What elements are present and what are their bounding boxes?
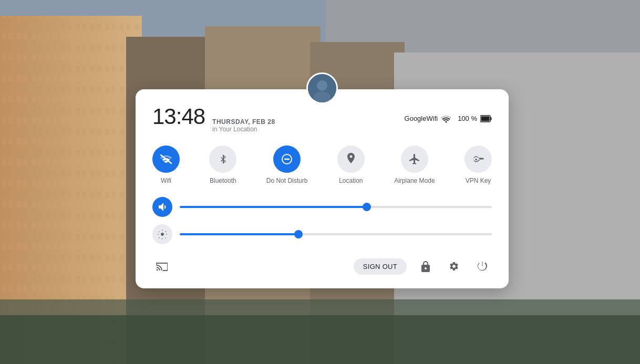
- brightness-slider-row: [152, 224, 492, 244]
- bluetooth-label: Bluetooth: [210, 177, 236, 184]
- panel-card: 13:48 THURSDAY, FEB 28 in Your Location …: [136, 89, 509, 288]
- volume-slider-row: [152, 197, 492, 217]
- date-location: THURSDAY, FEB 28 in Your Location: [212, 118, 275, 133]
- brightness-slider[interactable]: [180, 229, 492, 240]
- toggle-dnd[interactable]: Do Not Disturb: [266, 145, 308, 184]
- svg-rect-14: [0, 315, 640, 364]
- toggle-location[interactable]: Location: [337, 145, 365, 184]
- airplane-toggle-button[interactable]: [401, 145, 428, 173]
- cast-button[interactable]: [152, 257, 171, 276]
- avatar-container: [306, 72, 338, 104]
- wifi-label: Wifi: [161, 177, 171, 184]
- toggle-airplane[interactable]: Airplane Mode: [394, 145, 435, 184]
- location-label: Location: [339, 177, 363, 184]
- brightness-icon-button[interactable]: [152, 224, 172, 244]
- toggles-row: Wifi Bluetooth Do Not: [152, 145, 492, 184]
- volume-icon-button[interactable]: [152, 197, 172, 217]
- dnd-label: Do Not Disturb: [266, 177, 308, 184]
- sliders-section: [152, 197, 492, 244]
- power-button[interactable]: [473, 257, 492, 276]
- bottom-left: [152, 257, 171, 276]
- svg-point-24: [475, 159, 477, 161]
- time-section: 13:48 THURSDAY, FEB 28 in Your Location: [152, 104, 275, 133]
- sign-out-button[interactable]: SIGN OUT: [354, 258, 407, 275]
- toggle-bluetooth[interactable]: Bluetooth: [209, 145, 236, 184]
- bluetooth-toggle-button[interactable]: [209, 145, 236, 173]
- wifi-toggle-button[interactable]: [152, 145, 180, 173]
- wifi-network-name: GoogleWifi: [405, 115, 438, 122]
- location-display: in Your Location: [212, 126, 275, 133]
- svg-rect-20: [481, 116, 490, 121]
- battery-icon: [480, 115, 492, 122]
- svg-point-16: [317, 80, 327, 91]
- volume-slider[interactable]: [180, 202, 492, 212]
- dnd-toggle-button[interactable]: [273, 145, 301, 173]
- airplane-label: Airplane Mode: [394, 177, 435, 184]
- lock-button[interactable]: [416, 257, 435, 276]
- wifi-signal-icon: [441, 115, 451, 123]
- battery-percentage: 100 %: [458, 115, 477, 122]
- location-toggle-button[interactable]: [337, 145, 365, 173]
- svg-rect-19: [491, 117, 492, 120]
- quick-settings-panel: 13:48 THURSDAY, FEB 28 in Your Location …: [136, 89, 509, 288]
- vpn-label: VPN Key: [466, 177, 491, 184]
- avatar[interactable]: [306, 72, 338, 104]
- clock-display: 13:48: [152, 104, 205, 129]
- toggle-vpn[interactable]: VPN Key: [464, 145, 492, 184]
- status-section: GoogleWifi 100 %: [405, 115, 492, 123]
- toggle-wifi[interactable]: Wifi: [152, 145, 180, 184]
- bottom-row: SIGN OUT: [152, 257, 492, 276]
- vpn-toggle-button[interactable]: [464, 145, 492, 173]
- date-display: THURSDAY, FEB 28: [212, 118, 275, 126]
- settings-button[interactable]: [445, 257, 463, 276]
- bottom-right: SIGN OUT: [354, 257, 492, 276]
- panel-top-row: 13:48 THURSDAY, FEB 28 in Your Location …: [152, 104, 492, 133]
